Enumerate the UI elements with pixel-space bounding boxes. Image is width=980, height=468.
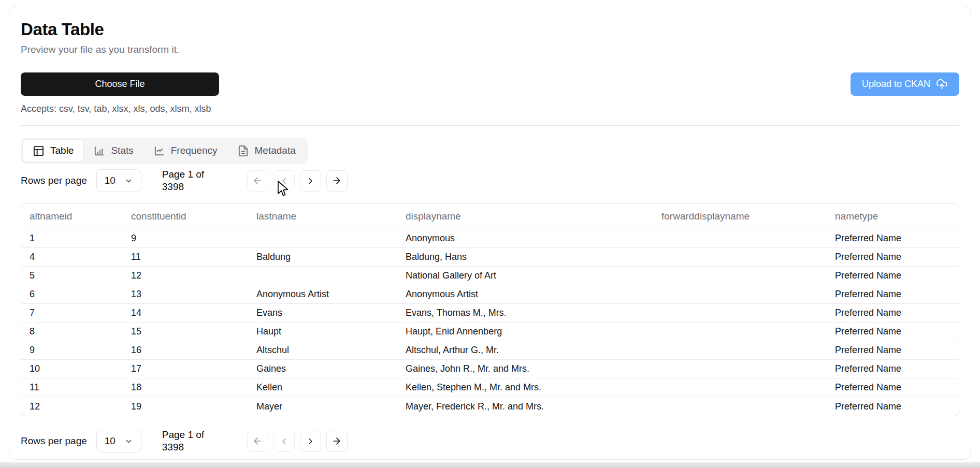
pagination-bar-bottom: Rows per page 10 Page 1 of 3398: [21, 429, 959, 454]
rows-per-page-select[interactable]: 10: [96, 430, 141, 452]
table-cell: Evans, Thomas M., Mrs.: [397, 304, 653, 323]
table-cell: Mayer: [248, 397, 397, 416]
table-cell: Gaines: [248, 360, 397, 378]
page-info: Page 1 of 3398: [162, 168, 210, 193]
table-cell: Haupt, Enid Annenberg: [397, 323, 653, 341]
rows-per-page-label: Rows per page: [21, 175, 87, 186]
column-header-forwarddisplayname: forwarddisplayname: [653, 204, 827, 229]
table-body: 19AnonymousPreferred Name411BaldungBaldu…: [21, 229, 959, 416]
rows-per-page-value: 10: [105, 175, 116, 186]
table-cell: Preferred Name: [827, 285, 959, 304]
previous-page-button[interactable]: [273, 431, 295, 452]
table-row: 1118KellenKellen, Stephen M., Mr. and Mr…: [21, 378, 959, 397]
table-row: 916AltschulAltschul, Arthur G., Mr.Prefe…: [21, 341, 959, 360]
last-page-button[interactable]: [326, 170, 348, 192]
table-row: 714EvansEvans, Thomas M., Mrs.Preferred …: [21, 304, 959, 323]
tab-frequency-label: Frequency: [171, 145, 218, 156]
table-cell: Gaines, John R., Mr. and Mrs.: [397, 360, 653, 378]
table-cell: [653, 341, 827, 360]
table-cell: Evans: [248, 304, 397, 323]
table-cell: Anonymous Artist: [397, 285, 653, 304]
table-cell: Preferred Name: [827, 397, 959, 416]
table-cell: Preferred Name: [827, 360, 959, 378]
rows-per-page-value: 10: [105, 435, 116, 447]
table-cell: Baldung, Hans: [397, 248, 653, 267]
upload-to-ckan-label: Upload to CKAN: [862, 79, 930, 90]
table-cell: [248, 267, 397, 285]
choose-file-button[interactable]: Choose File: [21, 72, 219, 96]
table-cell: 1: [21, 229, 123, 248]
table-header-row: altnameid constituentid lastname display…: [21, 204, 959, 229]
column-header-nametype: nametype: [827, 204, 959, 229]
arrow-right-icon: [332, 176, 342, 186]
arrow-left-icon: [252, 436, 263, 446]
tab-frequency[interactable]: Frequency: [143, 140, 227, 162]
table-cell: Preferred Name: [827, 229, 959, 248]
table-cell: 14: [123, 304, 248, 323]
section-divider: [21, 125, 959, 126]
data-table-container: altnameid constituentid lastname display…: [21, 203, 959, 416]
accepted-formats-text: Accepts: csv, tsv, tab, xlsx, xls, ods, …: [21, 104, 959, 114]
chevron-right-icon: [306, 436, 315, 446]
table-cell: 11: [21, 378, 123, 397]
tab-stats[interactable]: Stats: [83, 140, 143, 162]
first-page-button[interactable]: [247, 170, 268, 192]
chevron-left-icon: [279, 176, 289, 186]
table-row: 613Anonymous ArtistAnonymous ArtistPrefe…: [21, 285, 959, 304]
table-cell: Haupt: [248, 323, 397, 341]
table-cell: 15: [123, 323, 248, 341]
table-cell: 4: [21, 248, 123, 267]
cloud-upload-icon: [936, 78, 948, 90]
table-cell: 7: [21, 304, 123, 323]
column-header-displayname: displayname: [397, 204, 653, 229]
first-page-button[interactable]: [247, 431, 268, 452]
table-cell: 17: [123, 360, 248, 378]
tab-metadata[interactable]: Metadata: [227, 140, 306, 162]
table-row: 815HauptHaupt, Enid AnnenbergPreferred N…: [21, 323, 959, 341]
tab-table[interactable]: Table: [23, 140, 83, 162]
table-cell: Preferred Name: [827, 378, 959, 397]
previous-page-button[interactable]: [273, 170, 295, 192]
arrow-left-icon: [252, 176, 263, 186]
last-page-button[interactable]: [326, 431, 348, 452]
table-cell: [653, 360, 827, 378]
chevron-down-icon: [124, 177, 133, 185]
table-cell: [653, 248, 827, 267]
table-cell: Mayer, Frederick R., Mr. and Mrs.: [397, 397, 653, 416]
table-cell: National Gallery of Art: [397, 267, 653, 285]
rows-per-page-select[interactable]: 10: [96, 169, 141, 192]
table-cell: Preferred Name: [827, 341, 959, 360]
table-cell: 12: [21, 397, 123, 416]
table-cell: Preferred Name: [827, 304, 959, 323]
data-table-card: Data Table Preview your file as you tran…: [9, 6, 971, 460]
chevron-down-icon: [124, 437, 133, 446]
window-bottom-strip: [0, 462, 980, 468]
table-row: 512National Gallery of ArtPreferred Name: [21, 267, 959, 285]
table-cell: Anonymous: [397, 229, 653, 248]
table-cell: 11: [123, 248, 248, 267]
table-row: 1017GainesGaines, John R., Mr. and Mrs.P…: [21, 360, 959, 378]
table-cell: [653, 304, 827, 323]
table-cell: Altschul, Arthur G., Mr.: [397, 341, 653, 360]
next-page-button[interactable]: [300, 170, 321, 192]
table-row: 411BaldungBaldung, HansPreferred Name: [21, 248, 959, 267]
table-cell: Kellen: [248, 378, 397, 397]
data-table: altnameid constituentid lastname display…: [21, 204, 959, 416]
chevron-right-icon: [306, 176, 315, 186]
table-cell: Altschul: [248, 341, 397, 360]
arrow-right-icon: [332, 436, 342, 446]
view-tabs: Table Stats Frequency M: [21, 138, 308, 164]
table-cell: 8: [21, 323, 123, 341]
upload-to-ckan-button[interactable]: Upload to CKAN: [851, 72, 959, 96]
next-page-button[interactable]: [300, 431, 321, 452]
page-info: Page 1 of 3398: [162, 429, 210, 454]
bar-chart-icon: [93, 145, 105, 157]
table-cell: Kellen, Stephen M., Mr. and Mrs.: [397, 378, 653, 397]
chevron-left-icon: [279, 436, 289, 446]
table-cell: 10: [21, 360, 123, 378]
table-cell: [653, 397, 827, 416]
pagination-nav: [247, 431, 348, 452]
table-cell: [248, 229, 397, 248]
table-cell: 13: [123, 285, 248, 304]
table-cell: Preferred Name: [827, 323, 959, 341]
